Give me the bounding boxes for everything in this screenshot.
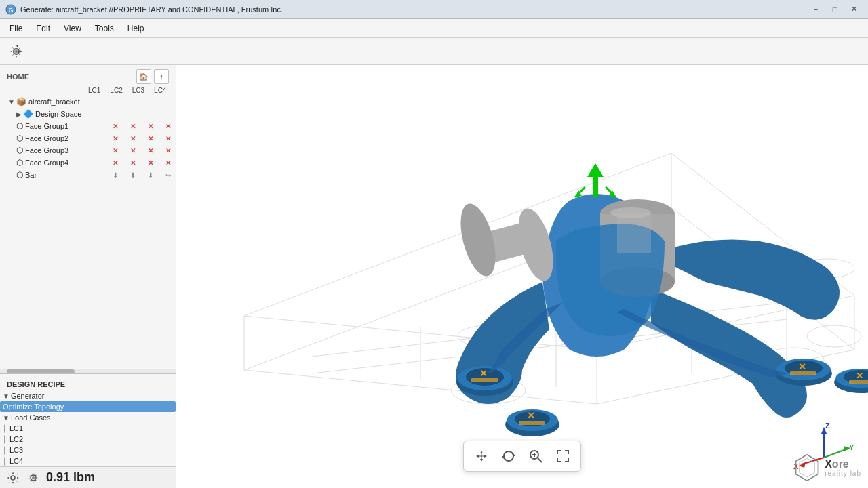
svg-text:G: G [8,7,13,14]
recipe-generator[interactable]: ▼ Generator [0,390,176,401]
lc1-header: LC1 [88,87,100,94]
bracket-icon: 📦 [16,97,26,106]
face-group2-label: Face Group2 [25,134,111,142]
lc-column-headers: LC1 LC2 LC3 LC4 [0,85,176,96]
settings-icon [6,471,20,485]
menu-bar: File Edit View Tools Help [0,19,868,38]
face-group3-icon: ⬡ [16,146,23,155]
fullscreen-icon [555,449,570,464]
fg2-lc2-icon: ✕ [128,135,138,142]
face-group1-label: Face Group1 [25,122,111,130]
lc3-label: LC3 [9,446,23,454]
svg-rect-53 [849,380,868,384]
svg-rect-60 [617,213,651,253]
fg2-lc4-icon: ✕ [163,135,173,142]
menu-tools[interactable]: Tools [88,21,121,36]
recipe-load-cases[interactable]: ▼ Load Cases [0,412,176,423]
bar-lc1-icon: ⬇ [111,171,120,179]
title-bar: G Generate: aircraft_bracket //PROPRIETA… [0,0,868,19]
rotate-icon [501,449,516,464]
zoom-icon [528,449,543,464]
toolbar [0,38,868,65]
tree-section[interactable]: HOME 🏠 ↑ LC1 LC2 LC3 LC4 ▼ 📦 aircraft_br… [0,65,176,369]
fg1-lc3-icon: ✕ [146,123,155,130]
tree-face-group3[interactable]: ⬡ Face Group3 ✕ ✕ ✕ ✕ [0,144,176,157]
tree-face-group2[interactable]: ⬡ Face Group2 ✕ ✕ ✕ ✕ [0,132,176,144]
minimize-button[interactable]: − [807,3,825,16]
lc2-header: LC2 [110,87,122,94]
scroll-track [0,369,176,373]
generator-label: Generator [11,392,45,400]
recipe-optimize-topology[interactable]: Optimize Topology [0,401,176,412]
tree-design-space[interactable]: ▶ 🔷 Design Space [0,108,176,120]
logo: Xore reality lab [793,454,861,481]
fullscreen-button[interactable] [551,444,575,468]
logo-hexagon [793,454,821,481]
fg3-lc2-icon: ✕ [128,147,138,155]
left-panel: HOME 🏠 ↑ LC1 LC2 LC3 LC4 ▼ 📦 aircraft_br… [0,65,176,488]
design-recipe-header: DESIGN RECIPE [0,378,176,390]
design-space-arrow: ▶ [16,110,22,118]
svg-marker-77 [800,458,815,477]
tree-face-group4[interactable]: ⬡ Face Group4 ✕ ✕ ✕ ✕ [0,157,176,169]
rotate-tool-button[interactable] [496,444,521,468]
weight-value: 0.91 lbm [46,470,95,485]
tree-face-group1[interactable]: ⬡ Face Group1 ✕ ✕ ✕ ✕ [0,120,176,132]
toolbar-gear-button[interactable] [5,41,27,62]
up-button[interactable]: ↑ [154,69,169,84]
svg-marker-62 [502,456,504,459]
horizontal-scrollbar[interactable] [0,369,176,374]
bar-icon: ⬡ [16,170,23,180]
aircraft-bracket-label: aircraft_bracket [28,98,80,106]
close-button[interactable]: ✕ [845,3,863,16]
recipe-lc2[interactable]: ┃ LC2 [0,434,176,445]
gear-icon [9,44,24,59]
svg-text:✕: ✕ [527,410,535,421]
title-text: Generate: aircraft_bracket //PROPRIETARY… [20,5,283,14]
tree-aircraft-bracket[interactable]: ▼ 📦 aircraft_bracket [0,96,176,108]
design-recipe-section: DESIGN RECIPE ▼ Generator Optimize Topol… [0,374,176,466]
design-space-icon: 🔷 [23,109,33,119]
load-cases-arrow: ▼ [3,414,9,422]
lc4-header: LC4 [154,87,166,94]
home-button[interactable]: 🏠 [136,69,151,84]
recipe-lc4[interactable]: ┃ LC4 [0,455,176,466]
svg-text:Z: Z [825,422,830,430]
settings-icon-button[interactable] [5,470,20,485]
load-cases-label: Load Cases [11,413,51,422]
pan-tool-button[interactable] [469,444,494,468]
recipe-lc3[interactable]: ┃ LC3 [0,445,176,455]
fg2-lc3-icon: ✕ [146,135,155,142]
svg-point-7 [32,476,35,479]
scroll-thumb[interactable] [7,369,75,373]
face-group3-label: Face Group3 [25,146,111,155]
viewport[interactable]: ✕ ✕ ✕ ✕ [176,65,868,488]
menu-file[interactable]: File [3,21,29,36]
lc4-label: LC4 [9,457,23,465]
gear2-icon-button[interactable] [26,470,41,485]
svg-point-5 [11,476,15,480]
bar-lc2-icon: ⬇ [128,171,138,179]
face-group4-icon: ⬡ [16,158,23,167]
menu-view[interactable]: View [57,21,88,36]
logo-line2: reality lab [825,470,861,477]
fg1-lc4-icon: ✕ [163,123,173,130]
fg4-lc1-icon: ✕ [111,159,120,167]
logo-text-container: Xore reality lab [825,458,861,478]
svg-marker-61 [513,453,515,456]
menu-help[interactable]: Help [121,21,151,36]
zoom-tool-button[interactable] [524,444,548,468]
svg-line-64 [538,458,542,462]
svg-text:Y: Y [849,443,854,451]
title-bar-controls: − □ ✕ [807,3,863,16]
recipe-lc1[interactable]: ┃ LC1 [0,423,176,434]
process-icon [26,471,40,485]
fg4-lc4-icon: ✕ [163,159,173,167]
maximize-button[interactable]: □ [826,3,844,16]
face-group1-icon: ⬡ [16,121,23,131]
tree-bar[interactable]: ⬡ Bar ⬇ ⬇ ⬇ ↪ [0,169,176,181]
menu-edit[interactable]: Edit [29,21,57,36]
model-canvas: ✕ ✕ ✕ ✕ [176,65,868,488]
title-bar-left: G Generate: aircraft_bracket //PROPRIETA… [5,4,283,15]
expand-arrow: ▼ [8,98,15,106]
